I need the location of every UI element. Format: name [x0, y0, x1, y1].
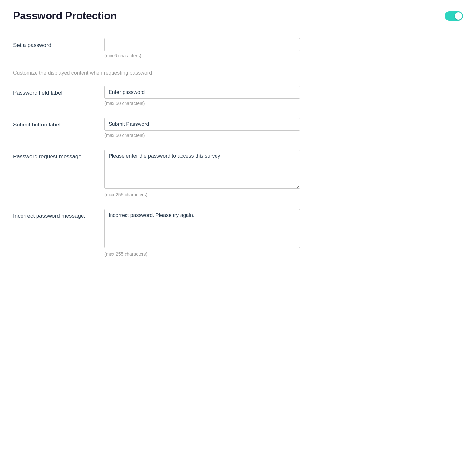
set-password-row: Set a password (min 6 characters) [13, 38, 463, 58]
incorrect-password-message-hint: (max 255 characters) [104, 251, 300, 257]
password-request-message-label: Password request message [13, 150, 104, 161]
password-request-message-hint: (max 255 characters) [104, 192, 300, 197]
password-field-label-hint: (max 50 characters) [104, 101, 300, 106]
set-password-hint: (min 6 characters) [104, 53, 300, 58]
customize-subtitle: Customize the displayed content when req… [13, 70, 463, 76]
incorrect-password-message-row: Incorrect password message: Incorrect pa… [13, 209, 463, 257]
page-title: Password Protection [13, 10, 117, 22]
submit-button-label-row: Submit button label (max 50 characters) [13, 118, 463, 138]
toggle-slider [445, 11, 463, 21]
set-password-field: (min 6 characters) [104, 38, 300, 58]
incorrect-password-message-textarea[interactable]: Incorrect password. Please try again. [104, 209, 300, 248]
password-field-label-row: Password field label (max 50 characters) [13, 86, 463, 106]
incorrect-password-message-label: Incorrect password message: [13, 209, 104, 220]
set-password-input[interactable] [104, 38, 300, 51]
password-request-message-textarea[interactable]: Please enter the password to access this… [104, 150, 300, 189]
password-field-label-label: Password field label [13, 86, 104, 97]
set-password-label: Set a password [13, 38, 104, 49]
password-field-label-input[interactable] [104, 86, 300, 99]
password-field-label-field: (max 50 characters) [104, 86, 300, 106]
incorrect-password-message-field: Incorrect password. Please try again. (m… [104, 209, 300, 257]
submit-button-label-label: Submit button label [13, 118, 104, 129]
submit-button-label-hint: (max 50 characters) [104, 133, 300, 138]
submit-button-label-input[interactable] [104, 118, 300, 131]
password-protection-toggle[interactable] [445, 11, 463, 21]
submit-button-label-field: (max 50 characters) [104, 118, 300, 138]
password-request-message-field: Please enter the password to access this… [104, 150, 300, 197]
password-request-message-row: Password request message Please enter th… [13, 150, 463, 197]
page-header: Password Protection [13, 10, 463, 22]
